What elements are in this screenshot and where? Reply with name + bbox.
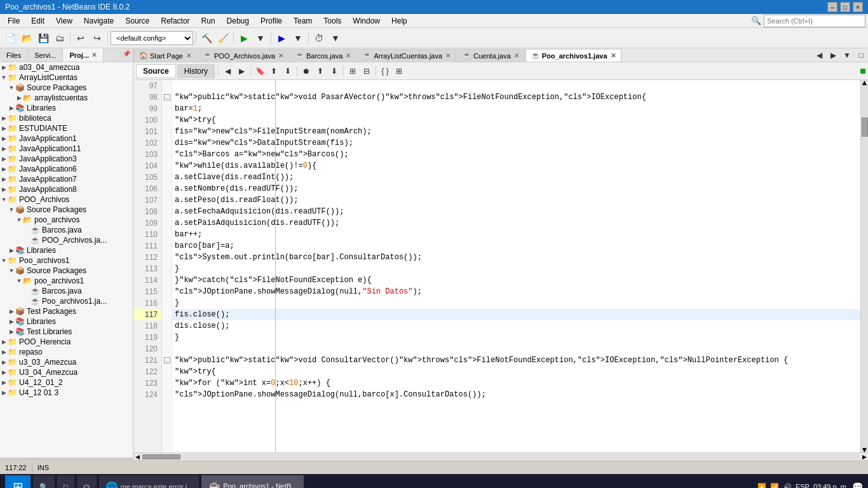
menu-run[interactable]: Run	[196, 15, 220, 27]
code-line-102[interactable]: dis="kw">new "cls">DataInputStream(fis);	[172, 137, 860, 149]
config-select[interactable]: <default config>	[111, 31, 193, 45]
code-line-119[interactable]: }	[172, 332, 860, 343]
tree-toggle-u4_12_01_2[interactable]: ▶	[0, 379, 8, 386]
tab-arraylist[interactable]: ☕ ArrayListCuentas.java ✕	[357, 49, 456, 62]
scroll-down-arrow[interactable]: ▼	[861, 447, 868, 452]
debug-button[interactable]: ▶	[274, 30, 289, 46]
tree-item-test_libs[interactable]: ▶📚Test Libraries	[0, 327, 133, 337]
tree-item-a03[interactable]: ▶📁a03_04_amezcua	[0, 62, 133, 72]
vertical-scrollbar[interactable]: ▲ ▼	[860, 80, 868, 452]
code-line-103[interactable]: "cls">Barcos a="kw">new "cls">Barcos();	[172, 149, 860, 160]
code-line-120[interactable]	[172, 343, 860, 355]
menu-window[interactable]: Window	[348, 15, 385, 27]
code-line-97[interactable]	[172, 80, 860, 92]
editor-maximize[interactable]: □	[855, 49, 867, 62]
tree-toggle-repaso[interactable]: ▶	[0, 349, 8, 355]
tree-item-u4_12_01_3[interactable]: ▶📁U4_12 01 3	[0, 388, 133, 398]
save-all-button[interactable]: 🗂	[52, 30, 67, 46]
tab-poo-archivos[interactable]: ☕ POO_Archivos.java ✕	[198, 49, 289, 62]
tree-toggle-poo_archivos1[interactable]: ▼	[0, 257, 8, 264]
minimize-button[interactable]: –	[827, 2, 837, 12]
tree-toggle-libs1[interactable]: ▶	[8, 105, 15, 111]
tray-expand-icon[interactable]: 🔼	[757, 483, 766, 489]
code-line-113[interactable]: }	[172, 263, 860, 274]
open-button[interactable]: 📂	[19, 30, 34, 46]
code-line-124[interactable]: "cls">JOptionPane.showMessageDialog(null…	[172, 389, 860, 400]
expand-all[interactable]: ⊞	[346, 65, 359, 78]
code-hierarchy[interactable]: ⊞	[393, 65, 405, 78]
tree-toggle-a03[interactable]: ▶	[0, 64, 8, 71]
tree-toggle-test_libs[interactable]: ▶	[8, 329, 15, 335]
toggle-bookmark[interactable]: 🔖	[254, 65, 266, 78]
taskbar-file-explorer[interactable]: 🗂	[77, 475, 97, 488]
code-members[interactable]: { }	[379, 65, 391, 78]
scroll-left-arrow[interactable]: ◀	[133, 453, 141, 461]
tree-toggle-poo_archivos[interactable]: ▼	[0, 196, 8, 203]
code-line-114[interactable]: }"kw">catch("cls">FileNotFoundException …	[172, 274, 860, 286]
run-button[interactable]: ▶	[236, 30, 252, 46]
panel-resize-handle[interactable]	[0, 458, 133, 460]
tree-item-barcos_java2[interactable]: ☕Barcos.java	[0, 286, 133, 296]
tree-toggle-estudiante[interactable]: ▶	[0, 125, 8, 132]
tree-toggle-src_pkg2[interactable]: ▼	[8, 207, 15, 213]
tab-scroll-right[interactable]: ▶	[827, 49, 839, 62]
tree-item-poo_archivos1[interactable]: ▼📁Poo_archivos1	[0, 255, 133, 266]
tab-cuenta[interactable]: ☕ Cuenta.java ✕	[457, 49, 525, 62]
code-line-111[interactable]: barco[bar]=a;	[172, 240, 860, 252]
next-bookmark[interactable]: ⬇	[281, 65, 294, 78]
tab-poo-close[interactable]: ✕	[278, 52, 283, 59]
tree-item-poo_archivos_java[interactable]: ☕POO_Archivos.ja...	[0, 235, 133, 245]
tree-item-u3_04[interactable]: ▶📁U3_04_Amezcua	[0, 367, 133, 377]
tree-toggle-javaapp6[interactable]: ▶	[0, 166, 8, 172]
taskbar-netbeans[interactable]: ☕ Poo_archivos1 - NetB...	[201, 475, 303, 488]
menu-help[interactable]: Help	[386, 15, 412, 27]
code-line-109[interactable]: a.setPaisAdquisicion(dis.readUTF());	[172, 217, 860, 229]
network-icon[interactable]: 📶	[770, 483, 779, 489]
tree-toggle-javaapp8[interactable]: ▶	[0, 186, 8, 193]
tree-item-javaapp11[interactable]: ▶📁JavaApplication11	[0, 144, 133, 154]
debug-drop-button[interactable]: ▼	[290, 30, 306, 46]
tab-projects-close[interactable]: ✕	[92, 51, 97, 58]
tree-toggle-poo_herencia[interactable]: ▶	[0, 339, 8, 345]
save-button[interactable]: 💾	[36, 30, 51, 46]
tab-scroll-left[interactable]: ◀	[813, 49, 825, 62]
code-line-106[interactable]: a.setNombre(dis.readUTF());	[172, 183, 860, 194]
undo-button[interactable]: ↩	[73, 30, 88, 46]
tree-item-src_pkg1[interactable]: ▼📦Source Packages	[0, 83, 133, 93]
code-line-104[interactable]: "kw">while(dis.available()!=0){	[172, 160, 860, 172]
code-line-100[interactable]: "kw">try{	[172, 114, 860, 126]
tree-item-u4_12_01_2[interactable]: ▶📁U4_12_01_2	[0, 377, 133, 388]
tab-arraylist-close[interactable]: ✕	[445, 52, 451, 59]
tree-item-arr_list_cuentas[interactable]: ▶📂arraylistcuentas	[0, 93, 133, 103]
menu-source[interactable]: Source	[120, 15, 154, 27]
tab-barcos-close[interactable]: ✕	[346, 52, 351, 59]
tab-start-close[interactable]: ✕	[186, 52, 191, 59]
menu-profile[interactable]: Profile	[255, 15, 287, 27]
panel-pin-button[interactable]: 📌	[120, 48, 133, 62]
code-line-118[interactable]: dis.close();	[172, 320, 860, 332]
tree-item-libs3[interactable]: ▶📚Libraries	[0, 316, 133, 327]
menu-view[interactable]: View	[51, 15, 78, 27]
tree-toggle-biblioteca[interactable]: ▶	[0, 115, 8, 121]
tab-poo-archivos1[interactable]: ☕ Poo_archivos1.java ✕	[526, 49, 621, 62]
menu-debug[interactable]: Debug	[222, 15, 254, 27]
next-error[interactable]: ⬇	[328, 65, 341, 78]
tab-barcos[interactable]: ☕ Barcos.java ✕	[290, 49, 356, 62]
toggle-breakpoint[interactable]: ⏺	[300, 65, 313, 78]
code-line-116[interactable]: }	[172, 297, 860, 309]
close-button[interactable]: ×	[853, 2, 863, 12]
tree-toggle-javaapp7[interactable]: ▶	[0, 176, 8, 182]
window-controls[interactable]: – □ ×	[827, 2, 863, 12]
back-button[interactable]: ◀	[221, 65, 234, 78]
menu-file[interactable]: File	[3, 15, 25, 27]
tree-item-biblioteca[interactable]: ▶📁biblioteca	[0, 113, 133, 123]
prev-bookmark[interactable]: ⬆	[268, 65, 280, 78]
notifications-icon[interactable]: 💬	[852, 482, 863, 488]
code-line-121[interactable]: "kw">public "kw">static "kw">void Consul…	[172, 355, 860, 366]
tree-item-barcos_java[interactable]: ☕Barcos.java	[0, 225, 133, 235]
tree-item-poo_herencia[interactable]: ▶📁POO_Herencia	[0, 337, 133, 347]
code-content[interactable]: "kw">public "kw">static "kw">void PasarA…	[172, 80, 860, 452]
tree-item-src_pkg3[interactable]: ▼📦Source Packages	[0, 266, 133, 276]
tree-item-javaapp7[interactable]: ▶📁JavaApplication7	[0, 174, 133, 184]
tree-item-javaapp6[interactable]: ▶📁JavaApplication6	[0, 164, 133, 174]
